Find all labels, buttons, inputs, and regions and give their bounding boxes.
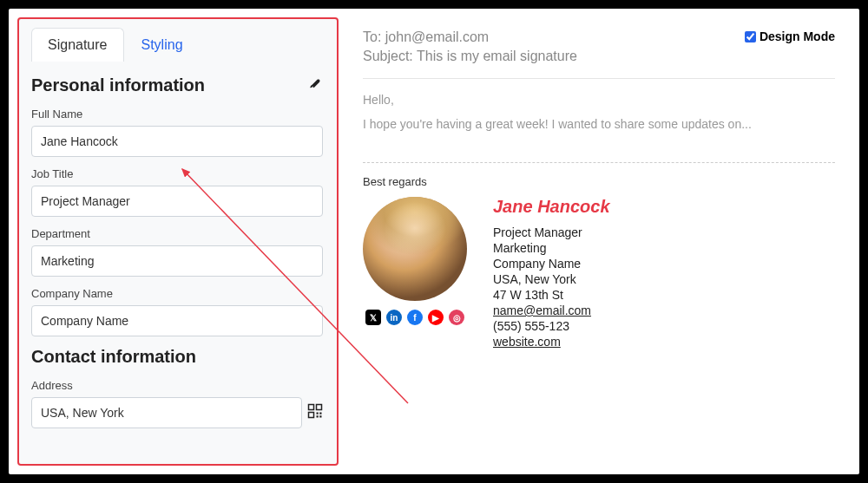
section-title-contact: Contact information bbox=[31, 347, 196, 367]
section-title-personal: Personal information bbox=[31, 75, 205, 95]
preview-greeting: Hello, bbox=[363, 93, 835, 107]
signature-divider bbox=[363, 162, 835, 163]
field-address: Address bbox=[31, 379, 323, 428]
editor-panel: Signature Styling Personal information F… bbox=[17, 17, 339, 466]
youtube-icon[interactable]: ▶ bbox=[428, 310, 444, 325]
section-contact-header: Contact information bbox=[31, 347, 323, 367]
field-job-title: Job Title bbox=[31, 167, 323, 217]
svg-rect-6 bbox=[319, 415, 321, 417]
x-icon[interactable]: 𝕏 bbox=[365, 310, 381, 325]
facebook-icon[interactable]: f bbox=[407, 310, 423, 325]
linkedin-icon[interactable]: in bbox=[386, 310, 402, 325]
field-department: Department bbox=[31, 227, 323, 277]
input-company[interactable] bbox=[31, 305, 323, 336]
avatar bbox=[363, 197, 467, 301]
input-address[interactable] bbox=[31, 397, 302, 428]
sig-department: Marketing bbox=[493, 241, 610, 255]
brush-icon[interactable] bbox=[309, 76, 323, 95]
svg-rect-4 bbox=[319, 412, 321, 414]
input-job-title[interactable] bbox=[31, 186, 323, 217]
svg-rect-5 bbox=[317, 415, 319, 417]
sig-location: USA, New York bbox=[493, 272, 610, 286]
design-mode-label: Design Mode bbox=[760, 29, 835, 43]
label-department: Department bbox=[31, 227, 323, 240]
label-address: Address bbox=[31, 379, 323, 392]
signature-card: 𝕏 in f ▶ ◎ Jane Hancock Project Manager … bbox=[363, 197, 835, 350]
tab-signature[interactable]: Signature bbox=[31, 28, 124, 62]
design-mode-checkbox[interactable] bbox=[745, 31, 756, 42]
design-mode-toggle[interactable]: Design Mode bbox=[745, 29, 835, 43]
field-full-name: Full Name bbox=[31, 108, 323, 157]
sig-email[interactable]: name@email.com bbox=[493, 304, 591, 317]
preview-body: Hello, I hope you're having a great week… bbox=[363, 79, 835, 155]
sig-street: 47 W 13th St bbox=[493, 288, 610, 302]
form-scroll-area[interactable]: Personal information Full Name Job Title… bbox=[31, 69, 328, 454]
svg-rect-3 bbox=[317, 412, 319, 414]
svg-rect-1 bbox=[317, 404, 322, 409]
instagram-icon[interactable]: ◎ bbox=[449, 310, 464, 325]
preview-body-text: I hope you're having a great week! I wan… bbox=[363, 117, 835, 131]
preview-header: To: john@email.com Subject: This is my e… bbox=[363, 29, 835, 79]
avatar-column: 𝕏 in f ▶ ◎ bbox=[363, 197, 467, 325]
label-job-title: Job Title bbox=[31, 167, 323, 180]
svg-rect-2 bbox=[309, 412, 314, 417]
social-row: 𝕏 in f ▶ ◎ bbox=[365, 310, 464, 325]
sig-title: Project Manager bbox=[493, 225, 610, 239]
app-frame: Signature Styling Personal information F… bbox=[9, 9, 859, 474]
sig-name: Jane Hancock bbox=[493, 197, 610, 217]
preview-subject: Subject: This is my email signature bbox=[363, 49, 835, 64]
sig-phone: (555) 555-123 bbox=[493, 319, 610, 333]
editor-tabs: Signature Styling bbox=[31, 28, 328, 62]
tab-styling[interactable]: Styling bbox=[126, 28, 199, 62]
label-company: Company Name bbox=[31, 287, 323, 300]
input-full-name[interactable] bbox=[31, 126, 323, 157]
label-full-name: Full Name bbox=[31, 108, 323, 121]
svg-rect-0 bbox=[309, 404, 314, 409]
input-department[interactable] bbox=[31, 245, 323, 277]
sig-company: Company Name bbox=[493, 257, 610, 271]
sig-website[interactable]: website.com bbox=[493, 335, 561, 349]
qr-icon[interactable] bbox=[307, 403, 323, 423]
field-company: Company Name bbox=[31, 287, 323, 336]
signature-details: Jane Hancock Project Manager Marketing C… bbox=[493, 197, 610, 350]
preview-panel: To: john@email.com Subject: This is my e… bbox=[339, 9, 859, 474]
section-personal-header: Personal information bbox=[31, 75, 323, 95]
preview-regards: Best regards bbox=[363, 175, 835, 188]
